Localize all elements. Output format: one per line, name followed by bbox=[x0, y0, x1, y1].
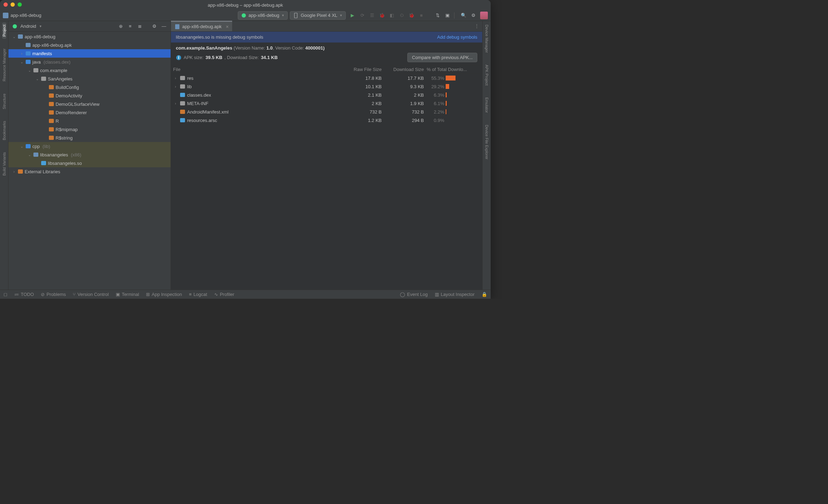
sync-icon[interactable]: ⇅ bbox=[434, 12, 441, 19]
project-view-label[interactable]: Android bbox=[20, 24, 36, 29]
titlebar[interactable]: app-x86-debug – app-x86-debug.apk bbox=[0, 0, 491, 10]
problems-button[interactable]: ⊘ Problems bbox=[41, 292, 66, 297]
table-row[interactable]: ›lib10.1 KB9.3 KB29.2% bbox=[171, 82, 482, 91]
expand-icon[interactable]: ⌄ bbox=[27, 153, 32, 157]
tree-row[interactable]: ⌄libsanangeles(x86) bbox=[8, 150, 171, 159]
expand-icon[interactable]: › bbox=[20, 52, 24, 56]
table-row[interactable]: AndroidManifest.xml732 B732 B2.2% bbox=[171, 108, 482, 116]
tree-row[interactable]: ⌄app-x86-debug bbox=[8, 32, 171, 41]
col-file[interactable]: File bbox=[173, 67, 343, 72]
tree-dim: (x86) bbox=[71, 152, 82, 157]
vcs-button[interactable]: ⑂ Version Control bbox=[73, 292, 109, 297]
debug-icon[interactable]: 🐞 bbox=[379, 12, 385, 19]
dl-size: 9.3 KB bbox=[382, 84, 424, 89]
tree-row[interactable]: DemoActivity bbox=[8, 91, 171, 100]
apply-changes-icon[interactable]: ☰ bbox=[369, 12, 375, 19]
expand-icon[interactable]: ⌄ bbox=[27, 69, 32, 72]
gear-icon[interactable]: ⚙ bbox=[151, 23, 158, 30]
expand-icon[interactable]: › bbox=[173, 102, 178, 105]
collapse-all-icon[interactable]: ≣ bbox=[136, 23, 143, 30]
dl-size: 2 KB bbox=[382, 92, 424, 98]
project-tree[interactable]: ⌄app-x86-debugapp-x86-debug.apk›manifest… bbox=[8, 32, 171, 290]
tree-row[interactable]: ⌄cpp(lib) bbox=[8, 142, 171, 150]
tree-row[interactable]: BuildConfig bbox=[8, 83, 171, 91]
svg-rect-11 bbox=[49, 93, 54, 98]
tree-row[interactable]: DemoGLSurfaceView bbox=[8, 100, 171, 108]
tool-resource-manager[interactable]: Resource Manager bbox=[2, 46, 6, 84]
tool-project[interactable]: Project bbox=[2, 22, 6, 39]
app-inspection-button[interactable]: ⊞ App Inspection bbox=[146, 292, 182, 297]
tree-row[interactable]: app-x86-debug.apk bbox=[8, 41, 171, 49]
svg-rect-16 bbox=[49, 136, 54, 140]
compare-apk-button[interactable]: Compare with previous APK... bbox=[407, 53, 477, 62]
tree-row[interactable]: R bbox=[8, 117, 171, 125]
tree-row[interactable]: ⌄SanAngeles bbox=[8, 75, 171, 83]
stop-icon[interactable]: ■ bbox=[418, 12, 425, 19]
expand-icon[interactable]: › bbox=[12, 170, 16, 174]
tool-bookmarks[interactable]: Bookmarks bbox=[2, 119, 6, 142]
tree-row[interactable]: ›manifests bbox=[8, 49, 171, 58]
add-debug-symbols-link[interactable]: Add debug symbols bbox=[437, 34, 477, 40]
tool-emulator[interactable]: Emulator bbox=[485, 95, 489, 115]
device-combo[interactable]: Google Pixel 4 XL ▼ bbox=[290, 11, 346, 20]
select-opened-icon[interactable]: ⊕ bbox=[117, 23, 124, 30]
expand-icon[interactable]: ⌄ bbox=[20, 60, 24, 64]
event-log-button[interactable]: ◯ Event Log bbox=[400, 292, 428, 297]
tree-label: External Libraries bbox=[25, 169, 60, 174]
rerun-icon[interactable]: ⟳ bbox=[359, 12, 365, 19]
expand-icon[interactable]: › bbox=[173, 85, 178, 89]
settings-icon[interactable]: ⚙ bbox=[470, 12, 477, 19]
terminal-button[interactable]: ▣ Terminal bbox=[116, 292, 139, 297]
logcat-button[interactable]: ≡ Logcat bbox=[189, 292, 207, 297]
tree-row[interactable]: R$mipmap bbox=[8, 125, 171, 134]
editor-tab[interactable]: app-x86-debug.apk × bbox=[171, 21, 232, 31]
tool-window-quick-icon[interactable]: ◻ bbox=[4, 292, 7, 297]
tool-device-file-explorer[interactable]: Device File Explorer bbox=[485, 123, 489, 161]
lock-icon[interactable]: 🔒 bbox=[482, 292, 487, 297]
col-pct[interactable]: % of Total Downlo... bbox=[424, 67, 480, 72]
tool-device-manager[interactable]: Device Manager bbox=[485, 22, 489, 55]
table-row[interactable]: ›META-INF2 KB1.9 KB6.1% bbox=[171, 99, 482, 108]
table-row[interactable]: ›res17.8 KB17.7 KB55.3% bbox=[171, 74, 482, 82]
window-title: app-x86-debug – app-x86-debug.apk bbox=[208, 2, 283, 8]
profiler-icon[interactable]: ⏲ bbox=[399, 12, 405, 19]
expand-icon[interactable]: ⌄ bbox=[35, 77, 39, 81]
search-icon[interactable]: 🔍 bbox=[460, 12, 467, 19]
tree-row[interactable]: ⌄java(classes.dex) bbox=[8, 58, 171, 66]
tree-row[interactable]: ⌄com.example bbox=[8, 66, 171, 75]
expand-icon[interactable]: › bbox=[173, 76, 178, 80]
run-icon[interactable]: ▶ bbox=[349, 12, 356, 19]
tool-build-variants[interactable]: Build Variants bbox=[2, 150, 6, 178]
layout-inspector-button[interactable]: ▥ Layout Inspector bbox=[435, 292, 474, 297]
attach-debugger-icon[interactable]: 🐞 bbox=[408, 12, 415, 19]
close-tab-icon[interactable]: × bbox=[226, 24, 229, 30]
minimize-icon[interactable] bbox=[11, 2, 15, 7]
tree-row[interactable]: ›External Libraries bbox=[8, 167, 171, 176]
tree-row[interactable]: DemoRenderer bbox=[8, 108, 171, 117]
col-raw[interactable]: Raw File Size bbox=[343, 67, 382, 72]
maximize-icon[interactable] bbox=[18, 2, 22, 7]
profiler-button[interactable]: ∿ Profiler bbox=[214, 292, 234, 297]
coverage-icon[interactable]: ◧ bbox=[389, 12, 395, 19]
table-row[interactable]: resources.arsc1.2 KB294 B0.9% bbox=[171, 116, 482, 124]
table-row[interactable]: classes.dex2.1 KB2 KB6.3% bbox=[171, 91, 482, 99]
run-config-combo[interactable]: app-x86-debug ▼ bbox=[238, 11, 288, 20]
tool-apk-project[interactable]: APK Project bbox=[485, 63, 489, 88]
expand-all-icon[interactable]: ≡ bbox=[127, 23, 133, 30]
col-dl[interactable]: Download Size bbox=[382, 67, 424, 72]
more-icon[interactable]: ⋮ bbox=[474, 23, 479, 28]
user-avatar[interactable] bbox=[480, 12, 488, 19]
expand-icon[interactable]: ⌄ bbox=[20, 144, 24, 148]
expand-icon[interactable]: ⌄ bbox=[12, 35, 16, 39]
tool-structure[interactable]: Structure bbox=[2, 91, 6, 111]
breadcrumb[interactable]: app-x86-debug bbox=[3, 13, 41, 18]
android-icon bbox=[12, 24, 18, 29]
close-icon[interactable] bbox=[4, 2, 8, 7]
avd-icon[interactable]: ▣ bbox=[444, 12, 451, 19]
tree-row[interactable]: R$string bbox=[8, 134, 171, 142]
tree-row[interactable]: libsanangeles.so bbox=[8, 159, 171, 167]
chevron-down-icon[interactable]: ▼ bbox=[39, 25, 42, 28]
hide-panel-icon[interactable]: — bbox=[161, 23, 167, 30]
apk-contents-table[interactable]: File Raw File Size Download Size % of To… bbox=[171, 65, 482, 178]
todo-button[interactable]: ≔ TODO bbox=[14, 292, 34, 297]
